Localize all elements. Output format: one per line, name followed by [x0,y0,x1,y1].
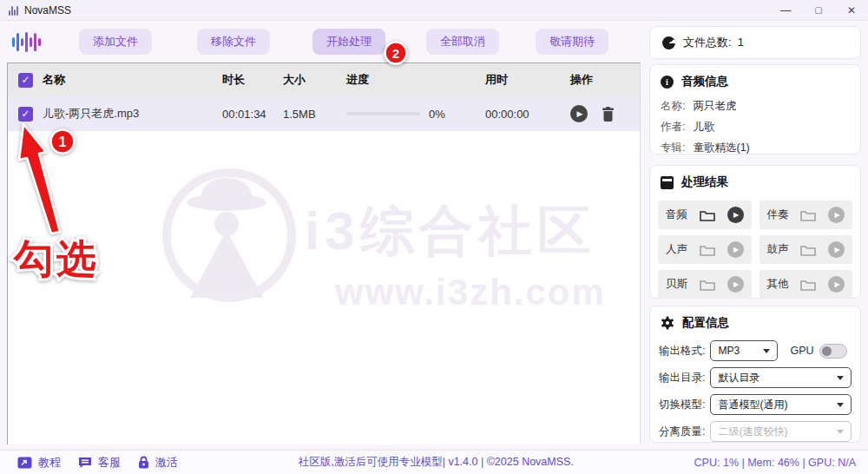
result-vocals: 人声 ▶ [658,235,752,264]
result-bass: 贝斯 ▶ [658,270,752,299]
col-elapsed: 用时 [485,72,563,88]
result-drums: 鼓声 ▶ [760,235,853,264]
config-title: 配置信息 [682,315,729,331]
play-icon[interactable]: ▶ [828,207,845,223]
quality-row: 分离质量: 二级(速度较快) [650,421,860,442]
chevron-down-icon [837,430,844,434]
file-duration: 00:01:34 [222,108,283,121]
select-all-checkbox[interactable] [18,73,33,88]
file-count-card: 文件总数: 1 [649,26,861,59]
maximize-icon[interactable]: ▢ [802,0,835,20]
tutorial-icon [17,457,32,469]
file-size: 1.5MB [283,108,346,121]
annotation-circle-2 [385,43,407,64]
audio-artist-row: 作者: 儿歌 [650,120,860,135]
watermark-title: i3综合社区 [305,201,596,260]
col-duration: 时长 [222,72,283,88]
results-grid: 音频 ▶ 伴奏 ▶ 人声 ▶ 鼓声 ▶ 贝斯 ▶ [650,194,860,299]
start-process-button[interactable]: 开始处理 [312,29,385,55]
audio-name-row: 名称: 两只老虎 [650,99,860,114]
audio-album-row: 专辑: 童歌精选(1) [650,141,860,155]
col-progress: 进度 [346,72,485,88]
output-dir-row: 输出目录: 默认目录 [650,367,860,388]
novamss-window: NovaMSS — ▢ ✕ 添加文件 移除文件 开始处理 全部取消 敬请期待 文… [0,0,868,474]
activate-link[interactable]: 激活 [138,455,178,471]
output-format-row: 输出格式: MP3 GPU [650,340,860,361]
folder-icon[interactable] [700,244,715,256]
model-select[interactable]: 普通模型(通用) [710,394,852,415]
file-list: i3综合社区 www.i3zh.com 名称 时长 大小 进度 用时 操作 儿歌… [7,63,641,444]
col-operations: 操作 [563,72,640,88]
trash-icon[interactable] [602,107,615,122]
gpu-toggle[interactable] [819,344,847,359]
info-icon: i [661,76,674,89]
output-dir-select[interactable]: 默认目录 [710,367,852,388]
lock-icon [138,456,149,469]
file-count-label: 文件总数: [683,36,732,49]
results-card: 处理结果 音频 ▶ 伴奏 ▶ 人声 ▶ 鼓声 ▶ [649,165,861,299]
result-other: 其他 ▶ [760,270,853,299]
watermark-url: www.i3zh.com [334,272,606,313]
table-row[interactable]: 儿歌-两只老虎.mp3 00:01:34 1.5MB 0% 00:00:00 ▶ [8,96,640,131]
result-audio: 音频 ▶ [658,201,752,229]
play-icon[interactable]: ▶ [727,241,744,258]
file-elapsed: 00:00:00 [485,108,563,121]
cancel-all-button[interactable]: 全部取消 [426,29,499,55]
gear-icon [661,316,674,330]
folder-icon[interactable] [800,244,816,256]
file-name: 儿歌-两只老虎.mp3 [43,106,222,122]
table-header: 名称 时长 大小 进度 用时 操作 [8,63,640,96]
folder-icon[interactable] [800,279,816,291]
folder-icon[interactable] [800,209,816,221]
col-name: 名称 [43,72,222,88]
version-text: 社区版,激活后可使用专业模型| v1.4.0 | ©2025 NovaMSS. [178,455,694,470]
row-operations: ▶ [563,105,640,122]
folder-icon[interactable] [700,279,715,291]
chevron-down-icon [763,349,770,353]
config-card: 配置信息 输出格式: MP3 GPU 输出目录: 默认目录 切换模型: 普通模型… [649,306,861,443]
output-format-select[interactable]: MP3 [710,340,778,361]
app-waveform-icon [9,5,18,16]
minimize-icon[interactable]: — [769,0,802,20]
folder-icon[interactable] [700,209,715,221]
support-link[interactable]: 客服 [78,455,121,471]
chevron-down-icon [837,376,844,380]
status-bar: 教程 客服 激活 社区版,激活后可使用专业模型| v1.4.0 | ©2025 … [0,450,868,474]
result-accompaniment: 伴奏 ▶ [760,201,853,229]
title-bar: NovaMSS — ▢ ✕ [0,0,868,21]
quality-select: 二级(速度较快) [710,421,852,442]
play-icon[interactable]: ▶ [828,241,845,258]
window-controls: — ▢ ✕ [769,0,868,20]
play-icon[interactable]: ▶ [727,207,744,223]
window-title: NovaMSS [24,4,71,16]
play-icon[interactable]: ▶ [727,276,744,293]
coming-soon-button[interactable]: 敬请期待 [536,29,608,55]
app-logo-waveform-icon [12,30,41,53]
tutorial-link[interactable]: 教程 [17,455,61,471]
chat-icon [78,457,92,469]
results-title: 处理结果 [681,174,728,190]
audio-info-title: 音频信息 [681,74,728,89]
close-icon[interactable]: ✕ [835,0,868,20]
chevron-down-icon [837,403,844,407]
play-icon[interactable]: ▶ [570,105,588,122]
model-row: 切换模型: 普通模型(通用) [650,394,860,415]
file-count-value: 1 [738,36,744,49]
annotation-step-2: 2 [392,46,399,61]
save-icon [661,176,674,189]
pie-chart-icon [662,36,675,49]
progress-cell: 0% [346,108,485,121]
gpu-label: GPU [790,345,813,357]
add-file-button[interactable]: 添加文件 [79,29,152,55]
play-icon[interactable]: ▶ [828,276,845,293]
audio-info-card: i 音频信息 名称: 两只老虎 作者: 儿歌 专辑: 童歌精选(1) [649,64,861,155]
system-stats: CPU: 1% | Mem: 46% | GPU: N/A [694,457,856,469]
progress-value: 0% [429,108,445,121]
col-size: 大小 [283,72,346,88]
remove-file-button[interactable]: 移除文件 [197,29,270,55]
row-checkbox[interactable] [18,107,33,122]
progress-bar [346,112,420,115]
